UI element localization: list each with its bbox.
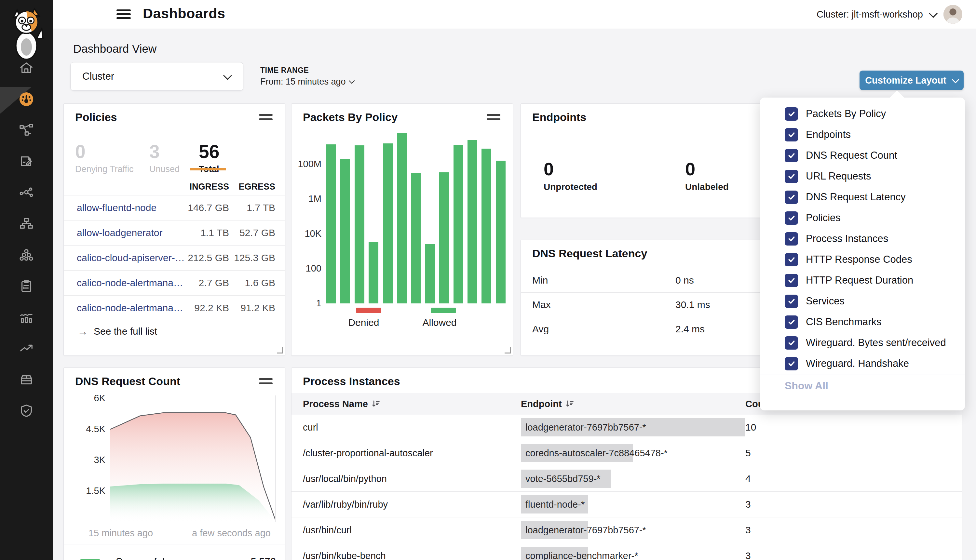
- table-row: calico-node-alertmana… 2.7 GB 1.6 GB: [64, 270, 285, 295]
- menu-item[interactable]: Endpoints: [760, 124, 965, 145]
- count-value: 3: [745, 499, 751, 510]
- see-full-list-link[interactable]: → See the full list: [64, 319, 285, 344]
- menu-item[interactable]: Policies: [760, 207, 965, 228]
- dashboard-gauge-icon[interactable]: [18, 92, 34, 107]
- menu-item[interactable]: URL Requests: [760, 166, 965, 187]
- table-row: allow-fluentd-node 146.7 GB 1.7 TB: [64, 195, 285, 220]
- cluster-selector[interactable]: Cluster: jlt-msft-workshop: [817, 0, 962, 28]
- policy-recommendation-icon[interactable]: [18, 153, 34, 169]
- page-title: Dashboards: [143, 5, 225, 22]
- checkbox-checked-icon[interactable]: [785, 212, 798, 225]
- endpoint-cell: loadgenerator-7697bb7567-*: [521, 418, 646, 437]
- table-row: /var/lib/ruby/bin/ruby fluentd-node-* 3: [292, 492, 962, 517]
- count-value: 5: [745, 447, 751, 458]
- resize-handle[interactable]: [277, 347, 283, 353]
- menu-item[interactable]: CIS Benchmarks: [760, 312, 965, 332]
- endpoint-name: loadgenerator-7697bb7567-*: [521, 422, 646, 433]
- successful-legend-value: 5,572: [250, 556, 276, 560]
- endpoint-name: coredns-autoscaler-7c88465478-*: [521, 448, 667, 458]
- process-name: /cluster-proportional-autoscaler: [303, 448, 433, 458]
- egress-value: 1.6 GB: [245, 277, 275, 288]
- latency-metric-label: Max: [532, 299, 551, 310]
- calico-cat-logo[interactable]: [5, 3, 48, 61]
- endpoint-name: compliance-benchmarker-*: [521, 550, 638, 560]
- checkbox-checked-icon[interactable]: [785, 128, 798, 142]
- timeline-stats-icon[interactable]: [18, 310, 34, 325]
- policy-link[interactable]: allow-fluentd-node: [77, 202, 157, 213]
- flow-tree-icon[interactable]: [18, 216, 34, 232]
- customize-layout-button[interactable]: Customize Layout: [859, 70, 964, 90]
- checkbox-checked-icon[interactable]: [785, 232, 798, 245]
- menu-item[interactable]: Services: [760, 291, 965, 312]
- checkbox-checked-icon[interactable]: [785, 315, 798, 329]
- drag-handle-icon[interactable]: [259, 378, 273, 384]
- allowed-legend-swatch[interactable]: [431, 308, 456, 313]
- checkbox-checked-icon[interactable]: [785, 336, 798, 350]
- dns-area-chart: [110, 395, 275, 522]
- hamburger-menu-icon[interactable]: [117, 10, 131, 19]
- egress-value: 91.2 KB: [240, 302, 275, 313]
- screen: Dashboards Cluster: jlt-msft-workshop Da…: [0, 0, 976, 560]
- checkbox-checked-icon[interactable]: [785, 149, 798, 162]
- cluster-selector-label: Cluster: jlt-msft-workshop: [817, 9, 923, 20]
- menu-item[interactable]: DNS Request Latency: [760, 187, 965, 207]
- bar: [439, 172, 449, 303]
- menu-item[interactable]: Process Instances: [760, 228, 965, 249]
- checkbox-checked-icon[interactable]: [785, 274, 798, 287]
- policy-link[interactable]: calico-cloud-apiserver-…: [77, 252, 185, 263]
- checkbox-checked-icon[interactable]: [785, 190, 798, 204]
- bar: [383, 143, 393, 303]
- policy-link[interactable]: allow-loadgenerator: [77, 227, 163, 238]
- menu-item[interactable]: Wireguard. Bytes sent/received: [760, 332, 965, 353]
- network-policy-icon[interactable]: [18, 122, 34, 138]
- drag-handle-icon[interactable]: [487, 114, 501, 120]
- card-title: Process Instances: [303, 375, 400, 388]
- packets-by-policy-card: Packets By Policy Denied Allowed 100M1M1…: [291, 103, 513, 356]
- security-shield-icon[interactable]: [18, 403, 34, 418]
- sort-endpoint[interactable]: Endpoint: [521, 399, 574, 410]
- denied-legend-swatch[interactable]: [356, 308, 381, 313]
- time-range-control[interactable]: TIME RANGE From: 15 minutes ago: [260, 66, 354, 87]
- checkbox-checked-icon[interactable]: [785, 357, 798, 370]
- allowed-legend-label[interactable]: Allowed: [407, 317, 472, 328]
- checkbox-checked-icon[interactable]: [785, 253, 798, 266]
- home-icon[interactable]: [18, 60, 34, 76]
- dashboard-view-select[interactable]: Cluster: [70, 62, 244, 91]
- denied-legend-label[interactable]: Denied: [331, 317, 396, 328]
- menu-item[interactable]: Wireguard. Handshake: [760, 353, 965, 374]
- ingress-value: 92.2 KB: [194, 302, 229, 313]
- menu-item[interactable]: HTTP Request Duration: [760, 270, 965, 291]
- ingress-value: 2.7 GB: [199, 277, 229, 288]
- sort-process-name[interactable]: Process Name: [303, 399, 380, 410]
- card-title: Packets By Policy: [303, 111, 397, 123]
- avatar[interactable]: [943, 5, 962, 24]
- menu-item-label: Endpoints: [806, 129, 851, 140]
- time-range-label: TIME RANGE: [260, 66, 354, 75]
- process-name: /usr/bin/kube-bench: [303, 550, 386, 560]
- packages-box-icon[interactable]: [18, 372, 34, 387]
- y-axis-tick: 100M: [292, 159, 322, 170]
- trend-icon[interactable]: [18, 340, 34, 356]
- service-graph-icon[interactable]: [18, 185, 34, 201]
- drag-handle-icon[interactable]: [259, 114, 273, 120]
- resize-handle[interactable]: [505, 347, 511, 353]
- endpoint-name: loadgenerator-7697bb7567-*: [521, 525, 646, 536]
- show-all-link[interactable]: Show All: [785, 380, 828, 392]
- compliance-clipboard-icon[interactable]: [18, 278, 34, 294]
- menu-item[interactable]: DNS Request Count: [760, 145, 965, 166]
- policy-link[interactable]: calico-node-alertmana…: [77, 277, 183, 288]
- process-name: /var/lib/ruby/bin/ruby: [303, 499, 388, 510]
- chevron-down-icon: [952, 76, 959, 83]
- policy-link[interactable]: calico-node-alertmana…: [77, 302, 183, 313]
- stat-value: 56: [199, 142, 219, 161]
- menu-item[interactable]: Packets By Policy: [760, 103, 965, 124]
- checkbox-checked-icon[interactable]: [785, 107, 798, 121]
- checkbox-checked-icon[interactable]: [785, 170, 798, 183]
- menu-item[interactable]: HTTP Response Codes: [760, 249, 965, 270]
- sidebar: [0, 0, 53, 560]
- workloads-cluster-icon[interactable]: [18, 247, 34, 263]
- stat-unused[interactable]: 3 Unused: [149, 142, 180, 174]
- stat-denying-traffic[interactable]: 0 Denying Traffic: [75, 142, 134, 174]
- checkbox-checked-icon[interactable]: [785, 295, 798, 308]
- process-name: /usr/bin/curl: [303, 525, 352, 536]
